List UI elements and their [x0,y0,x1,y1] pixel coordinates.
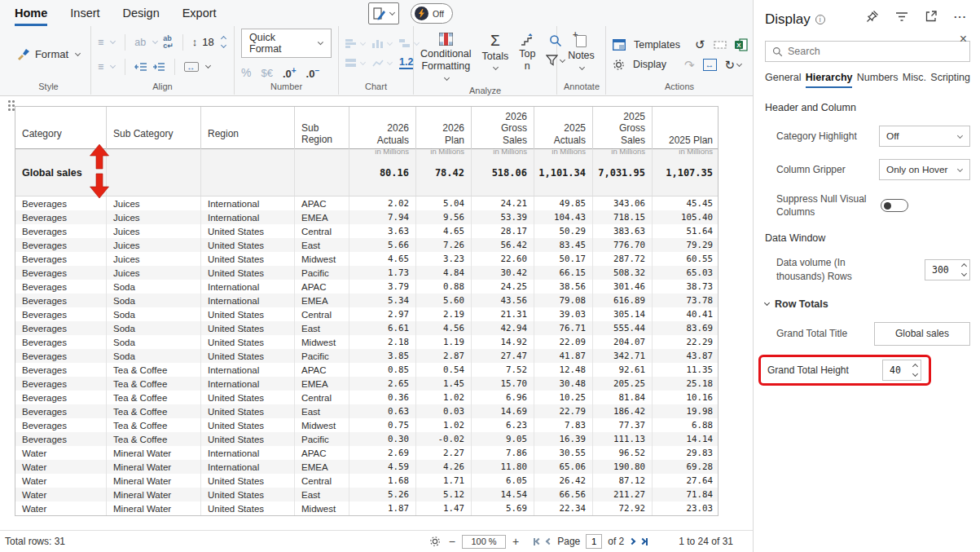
live-mode-toggle[interactable]: Off [411,3,453,24]
table-cell[interactable]: 7.52 [472,363,534,377]
table-cell[interactable]: Water [15,474,107,488]
table-cell[interactable]: United States [201,404,295,418]
table-cell[interactable]: 7.86 [472,446,534,460]
table-cell[interactable]: United States [201,501,295,515]
table-row[interactable]: BeveragesJuicesUnited StatesPacific1.734… [15,266,718,280]
table-settings-gear-icon[interactable] [429,536,441,547]
table-cell[interactable]: United States [201,266,295,280]
pin-icon[interactable] [866,10,879,23]
table-cell[interactable]: 287.72 [593,252,653,266]
next-page-button[interactable] [630,539,635,544]
table-cell[interactable]: Beverages [15,224,107,238]
table-cell[interactable]: EMEA [295,460,349,474]
conditional-formatting-button[interactable]: ConditionalFormatting [420,33,472,85]
zoom-level[interactable]: 100 % [462,535,506,549]
previous-page-button[interactable] [547,539,552,544]
table-cell[interactable]: 6.61 [349,321,416,335]
table-cell[interactable]: 9.05 [472,432,534,446]
table-cell[interactable]: 50.17 [534,252,593,266]
table-cell[interactable]: Tea & Coffee [107,404,201,418]
table-cell[interactable]: 87.12 [593,474,653,488]
table-cell[interactable]: 43.56 [472,294,534,307]
table-cell[interactable]: International [201,280,295,294]
panel-search-input[interactable] [788,46,963,57]
column-gripper-select[interactable]: Only on Hover [879,159,970,180]
table-row[interactable]: WaterMineral WaterInternationalAPAC2.692… [15,446,718,460]
table-cell[interactable]: 4.65 [416,224,472,238]
table-cell[interactable]: Beverages [15,432,107,446]
table-cell[interactable]: 27.47 [472,349,534,363]
table-row[interactable]: BeveragesJuicesUnited StatesEast5.667.26… [15,238,718,252]
panel-tab-general[interactable]: General [765,72,801,88]
table-cell[interactable]: 5.04 [416,197,472,210]
table-cell[interactable]: Midwest [295,252,349,266]
table-cell[interactable]: 186.42 [593,404,653,418]
grand-total-empty-cell[interactable] [107,149,201,196]
table-cell[interactable]: 6.23 [472,418,534,432]
last-page-button[interactable] [640,538,648,545]
table-cell[interactable]: 22.09 [534,335,593,349]
notes-button[interactable]: Notes [564,35,599,74]
table-cell[interactable]: 4.65 [349,252,416,266]
table-cell[interactable]: 83.45 [534,238,593,252]
table-cell[interactable]: Soda [107,349,201,363]
more-options-icon[interactable]: ··· [954,11,967,23]
table-cell[interactable]: Beverages [15,377,107,391]
table-cell[interactable]: 71.84 [653,488,719,501]
table-cell[interactable]: 616.89 [593,294,653,307]
table-cell[interactable]: 2.97 [349,307,416,321]
table-cell[interactable]: 14.92 [472,335,534,349]
row-height-stepper[interactable] [222,37,226,47]
grand-total-value-cell[interactable]: 1,101.34 [534,149,593,196]
grand-total-empty-cell[interactable] [295,149,349,196]
table-cell[interactable]: International [201,210,295,224]
table-cell[interactable]: United States [201,488,295,501]
table-cell[interactable]: Tea & Coffee [107,363,201,377]
table-cell[interactable]: Beverages [15,266,107,280]
table-cell[interactable]: 204.07 [593,335,653,349]
table-cell[interactable]: Mineral Water [107,488,201,501]
table-cell[interactable]: 53.39 [472,210,534,224]
table-row[interactable]: BeveragesTea & CoffeeUnited StatesEast0.… [15,404,718,418]
bar-chart-button[interactable] [345,39,366,48]
table-cell[interactable]: 69.28 [653,460,719,474]
table-cell[interactable]: Water [15,501,107,515]
ruler-icon[interactable] [714,39,727,51]
table-cell[interactable]: Soda [107,321,201,335]
table-cell[interactable]: 3.23 [416,252,472,266]
table-cell[interactable]: 5.34 [349,294,416,307]
table-cell[interactable]: APAC [295,280,349,294]
table-cell[interactable]: Midwest [295,501,349,515]
table-cell[interactable]: 105.40 [653,210,719,224]
table-cell[interactable]: United States [201,474,295,488]
table-cell[interactable]: 6.88 [653,418,719,432]
totals-button[interactable]: Σ Totals [482,33,509,71]
table-cell[interactable]: 0.63 [349,404,416,418]
table-cell[interactable]: East [295,321,349,335]
table-cell[interactable]: 5.66 [349,238,416,252]
table-cell[interactable]: 3.85 [349,349,416,363]
table-cell[interactable]: Beverages [15,197,107,210]
table-cell[interactable]: 2.02 [349,197,416,210]
panel-tab-numbers[interactable]: Numbers [857,72,899,88]
table-cell[interactable]: 65.06 [534,460,593,474]
grand-total-empty-cell[interactable] [201,149,295,196]
table-cell[interactable]: Water [15,446,107,460]
table-cell[interactable]: 39.03 [534,307,593,321]
table-cell[interactable]: International [201,197,295,210]
table-cell[interactable]: International [201,460,295,474]
combo-chart-button[interactable] [399,39,420,48]
table-cell[interactable]: 30.55 [534,446,593,460]
table-cell[interactable]: 776.70 [593,238,653,252]
table-cell[interactable]: Tea & Coffee [107,418,201,432]
refresh-button[interactable]: ↻ [725,59,743,71]
table-cell[interactable]: 51.64 [653,224,719,238]
table-cell[interactable]: Tea & Coffee [107,377,201,391]
table-cell[interactable]: 3.63 [349,224,416,238]
top-n-button[interactable]: Top n [519,33,535,73]
table-cell[interactable]: Beverages [15,307,107,321]
table-cell[interactable]: Water [15,488,107,501]
table-cell[interactable]: 718.15 [593,210,653,224]
table-row[interactable]: BeveragesJuicesInternationalEMEA7.949.56… [15,210,718,224]
quick-format-dropdown[interactable]: Quick Format [241,29,332,58]
